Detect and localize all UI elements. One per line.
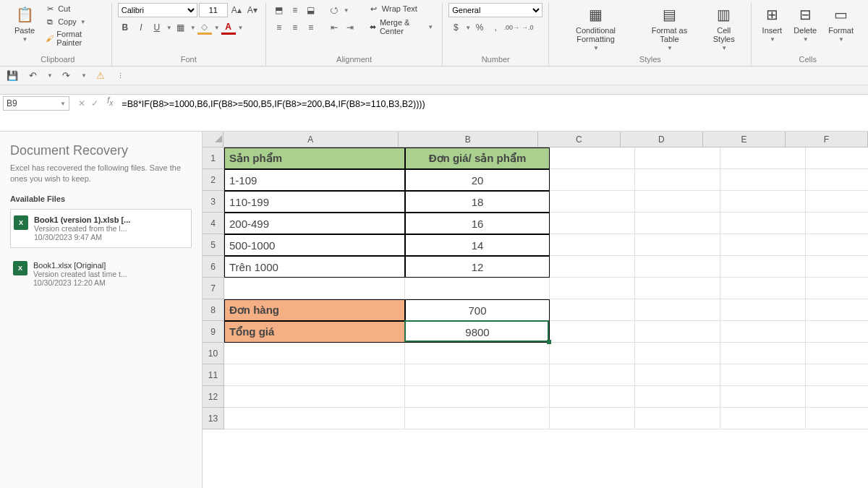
cell[interactable] [635, 169, 720, 191]
align-right-button[interactable]: ≡ [304, 20, 318, 35]
comma-button[interactable]: , [488, 20, 503, 35]
cell[interactable]: 14 [405, 234, 550, 256]
cell[interactable] [550, 343, 635, 364]
cell[interactable] [405, 386, 550, 408]
select-all-corner[interactable] [203, 132, 224, 147]
row-header[interactable]: 12 [203, 386, 224, 408]
cell[interactable] [550, 169, 635, 191]
cell[interactable] [635, 147, 720, 169]
column-header[interactable]: D [621, 132, 703, 147]
row-header[interactable]: 10 [203, 343, 224, 364]
font-name-select[interactable]: Calibri [118, 3, 197, 17]
cell[interactable] [720, 343, 806, 364]
cell[interactable] [550, 147, 635, 169]
cell[interactable] [224, 343, 405, 364]
column-header[interactable]: C [538, 132, 621, 147]
cell[interactable]: 18 [405, 191, 550, 213]
cell[interactable]: Đơn giá/ sản phẩm [405, 147, 550, 169]
increase-font-button[interactable]: A▴ [229, 3, 244, 17]
format-as-table-button[interactable]: ▤Format as Table▼ [639, 3, 699, 53]
cell[interactable] [635, 321, 720, 343]
cell[interactable] [224, 408, 405, 429]
decrease-indent-button[interactable]: ⇤ [327, 20, 341, 35]
recovery-item[interactable]: X Book1.xlsx [Original] Version created … [10, 255, 192, 293]
fill-color-button[interactable]: ◇ [197, 20, 212, 35]
percent-button[interactable]: % [472, 20, 487, 35]
row-header[interactable]: 4 [203, 213, 224, 234]
fill-handle[interactable] [547, 340, 551, 344]
cell[interactable] [720, 408, 806, 429]
border-button[interactable]: ▦ [174, 20, 188, 35]
cancel-formula-button[interactable]: ✕ [78, 98, 85, 108]
cell[interactable]: 500-1000 [224, 234, 405, 256]
cell[interactable] [550, 386, 635, 408]
increase-decimal-button[interactable]: .00→ [504, 20, 519, 35]
copy-button[interactable]: ⧉Copy▼ [42, 16, 106, 27]
cell[interactable] [806, 213, 868, 234]
cell[interactable]: Trên 1000 [224, 256, 405, 278]
font-size-input[interactable] [199, 3, 228, 17]
cell[interactable]: Tổng giá [224, 321, 405, 343]
cell[interactable] [806, 234, 868, 256]
cell[interactable] [635, 278, 720, 299]
cell[interactable] [806, 386, 868, 408]
cell[interactable] [806, 256, 868, 278]
cell[interactable] [806, 278, 868, 299]
cut-button[interactable]: ✂Cut [42, 3, 106, 14]
cell[interactable] [550, 364, 635, 386]
cell[interactable] [806, 147, 868, 169]
orientation-button[interactable]: ⭯ [327, 3, 341, 17]
row-header[interactable]: 5 [203, 234, 224, 256]
insert-cells-button[interactable]: ⊞Insert▼ [757, 3, 786, 44]
row-header[interactable]: 8 [203, 299, 224, 321]
cell[interactable]: 12 [405, 256, 550, 278]
cell[interactable] [806, 191, 868, 213]
cell[interactable] [635, 299, 720, 321]
bold-button[interactable]: B [118, 20, 132, 35]
cell-styles-button[interactable]: ▥Cell Styles▼ [702, 3, 745, 53]
font-color-button[interactable]: A [221, 20, 236, 35]
cell[interactable] [550, 256, 635, 278]
row-header[interactable]: 7 [203, 278, 224, 299]
cell[interactable] [720, 213, 806, 234]
cell[interactable] [720, 191, 806, 213]
name-box[interactable]: B9▼ [3, 96, 69, 111]
recovery-item[interactable]: X Book1 (version 1).xlsb [... Version cr… [10, 209, 192, 248]
cell[interactable] [405, 364, 550, 386]
cell[interactable] [635, 364, 720, 386]
italic-button[interactable]: I [134, 20, 148, 35]
row-header[interactable]: 13 [203, 408, 224, 429]
increase-indent-button[interactable]: ⇥ [343, 20, 357, 35]
format-painter-button[interactable]: 🖌Format Painter [42, 29, 106, 48]
cell[interactable] [550, 408, 635, 429]
cell[interactable] [550, 213, 635, 234]
number-format-select[interactable]: General [448, 3, 542, 17]
currency-button[interactable]: $ [448, 20, 463, 35]
cell[interactable]: Sản phẩm [224, 147, 405, 169]
delete-cells-button[interactable]: ⊟Delete▼ [789, 3, 821, 44]
cell[interactable] [720, 364, 806, 386]
cell[interactable]: 700 [405, 299, 550, 321]
align-bottom-button[interactable]: ⬓ [304, 3, 318, 17]
align-left-button[interactable]: ≡ [272, 20, 286, 35]
decrease-font-button[interactable]: A▾ [245, 3, 260, 17]
cell[interactable] [635, 213, 720, 234]
cell[interactable] [806, 321, 868, 343]
row-header[interactable]: 6 [203, 256, 224, 278]
cell[interactable] [635, 234, 720, 256]
cell[interactable] [550, 191, 635, 213]
conditional-formatting-button[interactable]: ▦Conditional Formatting▼ [555, 3, 637, 53]
cell[interactable] [550, 234, 635, 256]
cell[interactable] [550, 278, 635, 299]
format-cells-button[interactable]: ▭Format▼ [824, 3, 858, 44]
cell[interactable]: 9800 [405, 321, 550, 343]
row-header[interactable]: 1 [203, 147, 224, 169]
cell[interactable] [720, 234, 806, 256]
warning-icon[interactable]: ⚠ [94, 69, 107, 82]
cell[interactable]: 20 [405, 169, 550, 191]
column-header[interactable]: A [224, 132, 399, 147]
qat-customize-button[interactable]: ⋮ [114, 69, 127, 82]
cell[interactable]: Đơn hàng [224, 299, 405, 321]
cell[interactable] [635, 191, 720, 213]
cell[interactable] [806, 408, 868, 429]
